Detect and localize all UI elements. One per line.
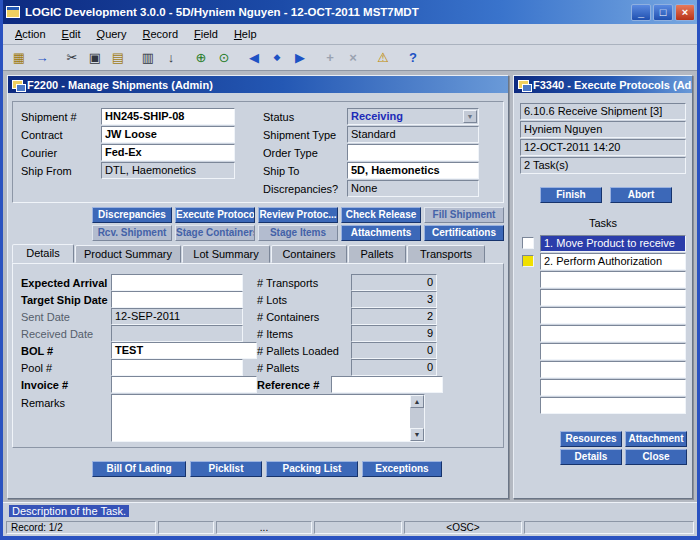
task-row-empty[interactable] — [540, 271, 686, 288]
invoice-number-field[interactable] — [111, 376, 257, 393]
task-row-empty[interactable] — [540, 325, 686, 342]
ship-to-label: Ship To — [263, 164, 300, 178]
tab-details[interactable]: Details — [12, 244, 74, 263]
manage-shipments-titlebar[interactable]: F2200 - Manage Shipments (Admin) — [8, 76, 508, 93]
abort-button[interactable]: Abort — [610, 187, 672, 203]
execute-protocol-button[interactable]: Execute Protocol — [175, 207, 255, 223]
previous-record-icon[interactable]: ◀ — [243, 48, 265, 68]
certifications-button[interactable]: Certifications — [424, 225, 504, 241]
tasks-label: Tasks — [514, 217, 692, 229]
order-type-field[interactable] — [347, 144, 479, 161]
num-containers-field: 2 — [351, 308, 437, 325]
target-ship-date-field[interactable] — [111, 291, 243, 308]
toolbar: ▦ → ✂ ▣ ▤ ▥ ↓ ⊕ ⊙ ◀ ◆ ▶ + × ⚠ ? — [3, 45, 697, 71]
task-checkbox[interactable] — [522, 255, 534, 267]
task-row-empty[interactable] — [540, 397, 686, 414]
scroll-down-icon[interactable]: ▼ — [410, 428, 424, 441]
current-record-icon[interactable]: ◆ — [266, 48, 288, 68]
shipment-number-field[interactable]: HN245-SHIP-08 — [101, 108, 235, 125]
tab-pallets[interactable]: Pallets — [348, 245, 406, 263]
shipment-type-label: Shipment Type — [263, 128, 336, 142]
hint-bar: Description of the Task. — [3, 502, 697, 519]
tab-containers[interactable]: Containers — [271, 245, 347, 263]
menu-help[interactable]: Help — [226, 26, 265, 42]
check-release-button[interactable]: Check Release — [341, 207, 421, 223]
status-cell — [314, 521, 402, 534]
fetch-icon[interactable]: ↓ — [160, 48, 182, 68]
protocol-user-field: Hyniem Nguyen — [520, 121, 686, 138]
contract-field[interactable]: JW Loose — [101, 126, 235, 143]
execute-protocols-titlebar[interactable]: F3340 - Execute Protocols (Admin) — [514, 76, 692, 93]
bol-number-field[interactable]: TEST — [111, 342, 257, 359]
task-row-empty[interactable] — [540, 343, 686, 360]
menu-field[interactable]: Field — [186, 26, 226, 42]
copy-icon[interactable]: ▣ — [84, 48, 106, 68]
menu-record[interactable]: Record — [135, 26, 186, 42]
expected-arrival-label: Expected Arrival — [21, 276, 107, 290]
tab-product-summary[interactable]: Product Summary — [75, 245, 181, 263]
remarks-scrollbar[interactable]: ▲ ▼ — [410, 395, 424, 441]
tab-transports[interactable]: Transports — [407, 245, 485, 263]
order-type-label: Order Type — [263, 146, 318, 160]
pool-number-field[interactable] — [111, 359, 243, 376]
fill-shipment-button: Fill Shipment — [424, 207, 504, 223]
task-checkbox[interactable] — [522, 237, 534, 249]
task-row-empty[interactable] — [540, 379, 686, 396]
review-protocol-button[interactable]: Review Protoc... — [258, 207, 338, 223]
task-row[interactable]: 1. Move Product to receive — [540, 235, 686, 252]
shipment-info-panel: Shipment # HN245-SHIP-08 Contract JW Loo… — [12, 101, 504, 203]
num-pallets-loaded-label: # Pallets Loaded — [257, 344, 339, 358]
enter-query-icon[interactable]: ⊕ — [190, 48, 212, 68]
protocol-date-field: 12-OCT-2011 14:20 — [520, 139, 686, 156]
execute-query-icon[interactable]: ⊙ — [213, 48, 235, 68]
bill-of-lading-button[interactable]: Bill Of Lading — [92, 461, 186, 477]
help-icon[interactable]: ? — [402, 48, 424, 68]
discrepancies-button[interactable]: Discrepancies — [92, 207, 172, 223]
exceptions-button[interactable]: Exceptions — [362, 461, 442, 477]
attachments-button[interactable]: Attachments — [341, 225, 421, 241]
details-button[interactable]: Details — [560, 449, 622, 465]
menu-query[interactable]: Query — [89, 26, 135, 42]
warning-icon[interactable]: ⚠ — [372, 48, 394, 68]
finish-button[interactable]: Finish — [540, 187, 602, 203]
num-pallets-loaded-field: 0 — [351, 342, 437, 359]
paste-icon[interactable]: ▤ — [107, 48, 129, 68]
menubar: Action Edit Query Record Field Help — [3, 24, 697, 45]
execute-protocols-body: 6.10.6 Receive Shipment [3] Hyniem Nguye… — [514, 93, 692, 498]
form-window-icon — [12, 80, 23, 89]
form-window-icon — [518, 80, 529, 89]
status-combo[interactable]: Receiving ▼ — [347, 108, 479, 125]
courier-field[interactable]: Fed-Ex — [101, 144, 235, 161]
exit-icon[interactable]: → — [31, 48, 53, 68]
protocol-name-field: 6.10.6 Receive Shipment [3] — [520, 103, 686, 120]
cut-icon[interactable]: ✂ — [61, 48, 83, 68]
task-row[interactable]: 2. Perform Authorization — [540, 253, 686, 270]
packing-list-button[interactable]: Packing List — [266, 461, 358, 477]
ship-to-field[interactable]: 5D, Haemonetics — [347, 162, 479, 179]
task-row-empty[interactable] — [540, 307, 686, 324]
task-row-empty[interactable] — [540, 289, 686, 306]
remarks-field[interactable]: ▲ ▼ — [111, 394, 425, 442]
reference-number-field[interactable] — [331, 376, 443, 393]
close-protocols-button[interactable]: Close — [625, 449, 687, 465]
num-items-field: 9 — [351, 325, 437, 342]
num-pallets-label: # Pallets — [257, 361, 299, 375]
app-titlebar[interactable]: LOGIC Development 3.0.0 - 5D/Hyniem Nguy… — [3, 0, 697, 24]
menu-edit[interactable]: Edit — [54, 26, 89, 42]
task-row-empty[interactable] — [540, 361, 686, 378]
pool-number-label: Pool # — [21, 361, 52, 375]
next-record-icon[interactable]: ▶ — [289, 48, 311, 68]
print-icon[interactable]: ▥ — [137, 48, 159, 68]
dropdown-arrow-icon[interactable]: ▼ — [463, 110, 477, 123]
menu-action[interactable]: Action — [7, 26, 54, 42]
expected-arrival-field[interactable] — [111, 274, 243, 291]
save-icon[interactable]: ▦ — [8, 48, 30, 68]
tab-lot-summary[interactable]: Lot Summary — [182, 245, 270, 263]
maximize-button[interactable]: □ — [653, 4, 673, 21]
resources-button[interactable]: Resources — [560, 431, 622, 447]
scroll-up-icon[interactable]: ▲ — [410, 395, 424, 408]
attachment-button[interactable]: Attachment — [625, 431, 687, 447]
picklist-button[interactable]: Picklist — [190, 461, 262, 477]
close-button[interactable]: × — [675, 4, 695, 21]
minimize-button[interactable]: _ — [631, 4, 651, 21]
